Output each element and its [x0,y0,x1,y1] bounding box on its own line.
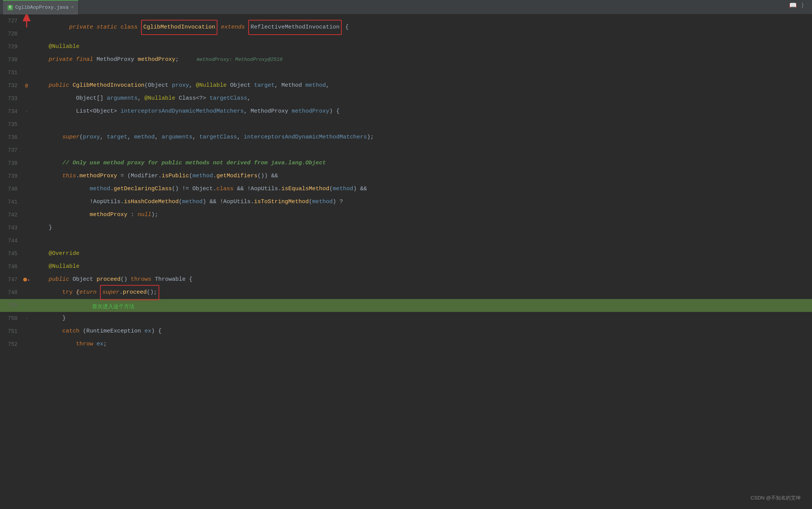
java-file-icon: C [8,5,13,10]
code-line: 736 super(proxy, target, method, argumen… [0,131,812,144]
line-number: 734 [0,108,21,115]
line-text-745: @Override [32,247,79,260]
line-number: 739 [0,173,21,179]
line-number: 740 [0,186,21,192]
line-text-751: catch (RuntimeException ex) { [32,325,162,338]
book-icon[interactable]: 📖 [789,2,797,9]
gutter-732: @ [21,83,32,89]
line-number: 745 [0,251,21,257]
code-line: 737 [0,144,812,157]
gutter-734: ◦ [21,109,32,114]
gutter-727 [21,14,32,27]
line-text-742: methodProxy : null); [32,208,158,221]
line-number: 750 [0,315,21,321]
expand-icon[interactable]: ⟩ [801,2,804,9]
line-number: 728 [0,31,21,37]
code-line: 752 throw ex; [0,338,812,351]
code-line: 740 method.getDeclaringClass() != Object… [0,183,812,196]
code-line: 728 [0,27,812,40]
line-number: 746 [0,264,21,270]
line-number: 748 [0,289,21,296]
code-line: 735 [0,118,812,131]
code-line: 733 Object[] arguments, @Nullable Class<… [0,92,812,105]
line-text-738: // Only use method proxy for public meth… [32,157,326,170]
line-number: 749 [0,302,21,309]
gutter-circle-734: ◦ [25,109,28,114]
line-text-746: @Nullable [32,260,79,273]
code-line: 746 @Nullable [0,260,812,273]
code-content: 727 private static class CglibMethodInvo… [0,14,812,509]
line-text-735 [32,118,38,131]
code-lines: 727 private static class CglibMethodInvo… [0,14,812,351]
line-number: 744 [0,238,21,244]
breakpoint-marker: ▸ [23,277,30,282]
code-line: 750 ◦ } [0,312,812,325]
line-number: 736 [0,134,21,140]
line-number: 733 [0,95,21,102]
line-text-731 [32,66,38,79]
code-line: 747 ▸ public Object proceed() throws Thr… [0,273,812,286]
code-line: 732 @ public CglibMethodInvocation(Objec… [0,79,812,92]
csdn-watermark: CSDN @不知名的艾坤 [750,495,801,501]
chinese-annotation: 首次进入这个方法 [92,304,135,310]
code-line: 742 methodProxy : null); [0,208,812,221]
line-text-734: List<Object> interceptorsAndDynamicMetho… [32,105,339,118]
line-text-729: @Nullable [32,40,79,53]
tab-filename: CglibAopProxy.java [15,5,68,10]
line-number: 743 [0,225,21,231]
tab-bar: C CglibAopProxy.java × [0,0,812,14]
code-line: 744 [0,234,812,247]
line-number: 730 [0,57,21,63]
code-line: 727 private static class CglibMethodInvo… [0,14,812,27]
line-text-737 [32,144,38,157]
line-text-730: private final MethodProxy methodProxy; m… [32,53,282,66]
line-number: 738 [0,160,21,166]
line-number: 752 [0,341,21,347]
line-text-743: } [32,221,52,234]
code-line: 751 catch (RuntimeException ex) { [0,325,812,338]
breakpoint-dot [23,278,27,282]
top-right-toolbar: 📖 ⟩ [789,2,804,9]
code-line: 730 private final MethodProxy methodProx… [0,53,812,66]
close-tab-button[interactable]: × [71,5,73,10]
line-text-728 [32,27,38,40]
line-text-733: Object[] arguments, @Nullable Class<?> t… [32,92,251,105]
line-number: 731 [0,70,21,76]
code-line: 731 [0,66,812,79]
line-number: 732 [0,83,21,89]
line-text-732: public CglibMethodInvocation(Object prox… [32,79,329,92]
line-text-741: !AopUtils.isHashCodeMethod(method) && !A… [32,196,343,208]
code-line: 729 @Nullable [0,40,812,53]
line-text-740: method.getDeclaringClass() != Object.cla… [32,183,367,196]
line-text-744 [32,234,38,247]
code-editor: 727 private static class CglibMethodInvo… [0,14,812,509]
line-number: 735 [0,121,21,127]
line-number: 741 [0,199,21,205]
line-number: 751 [0,328,21,334]
code-line: 734 ◦ List<Object> interceptorsAndDynami… [0,105,812,118]
line-number: 727 [0,18,21,24]
line-text-736: super(proxy, target, method, arguments, … [32,131,374,144]
code-line: 743 } [0,221,812,234]
gutter-circle-750: ◦ [25,316,28,321]
line-text-739: this.methodProxy = (Modifier.isPublic(me… [32,170,278,183]
line-text-750: } [32,312,66,325]
line-number: 747 [0,277,21,283]
line-number: 737 [0,147,21,153]
code-line: 741 !AopUtils.isHashCodeMethod(method) &… [0,196,812,208]
line-number: 729 [0,44,21,50]
gutter-747: ▸ [21,277,32,282]
code-line: 738 // Only use method proxy for public … [0,157,812,170]
file-tab[interactable]: C CglibAopProxy.java × [3,0,79,14]
line-text-752: throw ex; [32,338,107,351]
line-text-747: public Object proceed() throws Throwable… [32,273,192,286]
arrow-marker: ▸ [28,277,30,282]
gutter-marker-732: @ [25,83,28,89]
code-line-highlighted: 749 return super.proceed(); 首次进入这个方法 [0,299,812,312]
code-line: 745 @Override [0,247,812,260]
up-arrow-icon [21,14,32,27]
code-line: 739 this.methodProxy = (Modifier.isPubli… [0,170,812,183]
line-number: 742 [0,212,21,218]
gutter-750: ◦ [21,316,32,321]
